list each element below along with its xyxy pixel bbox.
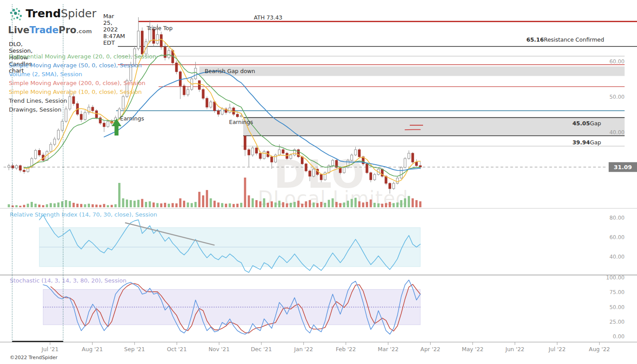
triple-top-label[interactable]: Triple Top	[146, 25, 173, 31]
resistance-label[interactable]: 65.16Resistance Confirmed	[526, 36, 604, 43]
candle-body	[50, 144, 52, 151]
legend-item-1[interactable]: Simple Moving Average (50, 0, close), Se…	[9, 61, 156, 70]
candle-body	[256, 148, 258, 153]
stoch-axis-tick: 0.00	[613, 333, 625, 340]
x-axis-month-label: Nov '21	[209, 346, 230, 352]
volume-bar	[412, 198, 414, 207]
x-axis-month-label: Jan '22	[294, 346, 313, 352]
volume-bar	[370, 200, 372, 207]
earnings-label-2[interactable]: Earnings	[229, 119, 253, 125]
legend-item-3[interactable]: Simple Moving Average (200, 0, close), S…	[9, 79, 156, 88]
volume-bar	[202, 195, 204, 207]
candle-body	[408, 153, 410, 159]
candle-body	[187, 89, 189, 95]
volume-bar	[416, 200, 418, 207]
candle-body	[38, 151, 40, 155]
candle-body	[297, 150, 299, 157]
volume-bar	[282, 202, 284, 207]
gap-39-label[interactable]: 39.94Gap	[572, 139, 601, 146]
volume-bar	[354, 198, 357, 207]
volume-bar	[149, 201, 151, 207]
volume-bar	[335, 202, 338, 207]
candle-body	[412, 153, 414, 162]
volume-bar	[377, 203, 380, 207]
volume-bar	[198, 192, 201, 207]
volume-bar	[206, 190, 208, 207]
legend-item-5[interactable]: Trend Lines, Session	[9, 97, 156, 105]
volume-bar	[400, 200, 402, 207]
stoch-axis-tick: 75.00	[610, 289, 625, 295]
volume-bar	[248, 195, 250, 207]
candle-body	[137, 31, 140, 49]
candle-body	[35, 151, 37, 159]
volume-bar	[42, 205, 44, 207]
volume-bar	[256, 200, 258, 207]
volume-bar	[114, 204, 117, 207]
legend-item-6[interactable]: Drawings, Session	[9, 105, 156, 114]
candle-body	[313, 169, 315, 176]
volume-bar	[126, 200, 128, 207]
candle-body	[252, 148, 254, 155]
volume-bar	[259, 201, 261, 207]
candle-body	[156, 35, 159, 43]
bearish-gap-zone[interactable]	[199, 66, 625, 76]
candle-body	[206, 98, 208, 107]
volume-bar	[233, 204, 235, 207]
rsi-pane-label[interactable]: Relative Strength Index (14, 70, 30, clo…	[10, 211, 157, 218]
stoch-pane-label[interactable]: Stochastic (14, 3, 14, 3, 80, 20), Sessi…	[10, 277, 126, 284]
volume-bar	[160, 203, 163, 207]
candle-body	[19, 166, 21, 170]
candle-body	[103, 123, 105, 127]
legend-item-2[interactable]: Volume (2, SMA), Session	[9, 70, 156, 79]
november-gap-zone[interactable]	[243, 118, 625, 136]
trendspider-chart-app: DLO DLocal Limited 31.09Relative Strengt…	[0, 0, 637, 364]
volume-bar	[92, 204, 94, 207]
volume-bar	[385, 203, 387, 207]
candle-body	[183, 86, 185, 95]
volume-bar	[271, 201, 273, 207]
volume-bar	[152, 202, 155, 207]
x-axis-month-label: Jul '21	[41, 346, 58, 352]
candle-body	[373, 174, 376, 180]
volume-bar	[23, 205, 25, 207]
volume-bar	[57, 202, 59, 207]
x-axis-month-label: Apr '22	[420, 346, 440, 352]
bearish-gap-label[interactable]: Bearish Gap down	[205, 68, 255, 74]
volume-bar	[88, 204, 90, 207]
legend-item-4[interactable]: Simple Moving Average (10, 0, close), Se…	[9, 88, 156, 97]
stoch-axis-tick: 50.00	[610, 304, 625, 310]
volume-bar	[194, 202, 197, 207]
volume-bar	[38, 205, 40, 207]
candle-body	[392, 183, 395, 189]
volume-bar	[328, 200, 330, 207]
earnings-label-1[interactable]: Earnings	[120, 115, 144, 122]
volume-bar	[35, 204, 37, 207]
volume-bar	[278, 201, 280, 207]
stoch-axis-tick: 100.00	[606, 275, 625, 281]
candle-body	[396, 178, 399, 183]
volume-bar	[103, 204, 105, 207]
legend-item-0[interactable]: Exponential Moving Average (20, 0, close…	[9, 52, 156, 61]
gap-45-label[interactable]: 45.05Gap	[572, 120, 601, 127]
candle-body	[237, 114, 239, 117]
ltp-trade: Trade	[30, 25, 59, 35]
volume-bar	[244, 178, 246, 207]
x-axis-month-label: May '22	[462, 346, 483, 352]
volume-bar	[313, 202, 315, 207]
x-axis-month-label: Mar '22	[378, 346, 399, 352]
volume-bar	[214, 201, 216, 207]
volume-bar	[19, 206, 21, 207]
volume-bar	[50, 203, 52, 207]
volume-bar	[107, 205, 109, 207]
volume-bar	[347, 201, 349, 207]
candle-body	[168, 50, 170, 58]
candle-body	[198, 81, 201, 89]
ltp-pro: Pro	[58, 25, 76, 35]
volume-bar	[141, 199, 144, 207]
ath-label[interactable]: ATH 73.43	[254, 14, 282, 21]
volume-bar	[389, 202, 391, 207]
volume-bar	[80, 204, 82, 207]
volume-bar	[179, 198, 182, 207]
volume-bar	[358, 201, 361, 207]
x-axis-month-label: Aug '21	[82, 346, 103, 352]
